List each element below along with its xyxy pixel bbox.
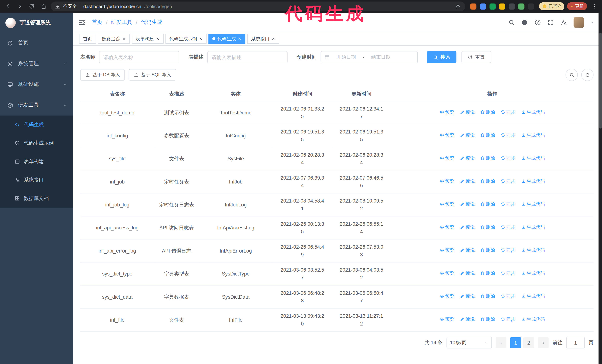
action-preview[interactable]: 预览 bbox=[439, 316, 454, 323]
close-icon[interactable] bbox=[122, 37, 126, 41]
action-sync[interactable]: 同步 bbox=[501, 293, 516, 300]
fullscreen-icon[interactable] bbox=[548, 19, 554, 26]
reload-button[interactable] bbox=[27, 2, 36, 11]
tab-system-api[interactable]: 系统接口 bbox=[247, 34, 279, 44]
page-button-1[interactable]: 1 bbox=[510, 337, 521, 348]
avatar-caret-icon[interactable] bbox=[591, 20, 594, 24]
action-edit[interactable]: 编辑 bbox=[460, 201, 475, 208]
action-delete[interactable]: 删除 bbox=[480, 178, 495, 185]
action-preview[interactable]: 预览 bbox=[439, 270, 454, 277]
action-preview[interactable]: 预览 bbox=[439, 224, 454, 231]
reset-button[interactable]: 重置 bbox=[462, 51, 491, 63]
action-edit[interactable]: 编辑 bbox=[460, 247, 475, 254]
action-edit[interactable]: 编辑 bbox=[460, 132, 475, 138]
action-generate[interactable]: 生成代码 bbox=[521, 316, 545, 323]
start-date-input[interactable] bbox=[332, 54, 360, 60]
prev-page-button[interactable] bbox=[496, 337, 506, 348]
extension-icon-7[interactable] bbox=[528, 3, 534, 10]
action-generate[interactable]: 生成代码 bbox=[521, 132, 545, 138]
extension-icon-5[interactable] bbox=[509, 3, 515, 10]
refresh-table-button[interactable] bbox=[581, 69, 593, 81]
font-size-icon[interactable] bbox=[560, 19, 567, 26]
close-icon[interactable] bbox=[271, 37, 275, 41]
toggle-search-button[interactable] bbox=[566, 69, 578, 81]
sidebar-subitem-form-builder[interactable]: 表单构建 bbox=[0, 152, 73, 171]
action-generate[interactable]: 生成代码 bbox=[521, 155, 545, 162]
sidebar-subitem-codegen-example[interactable]: 代码生成示例 bbox=[0, 134, 73, 152]
action-delete[interactable]: 删除 bbox=[480, 293, 495, 300]
close-icon[interactable] bbox=[238, 37, 242, 41]
browser-scrollbar[interactable] bbox=[599, 13, 602, 364]
action-delete[interactable]: 删除 bbox=[480, 109, 495, 115]
action-generate[interactable]: 生成代码 bbox=[521, 247, 545, 254]
sidebar-collapse-button[interactable] bbox=[78, 19, 86, 26]
action-sync[interactable]: 同步 bbox=[501, 155, 516, 162]
sidebar-subitem-db-doc[interactable]: 数据库文档 bbox=[0, 189, 73, 208]
action-edit[interactable]: 编辑 bbox=[460, 224, 475, 231]
extension-icon-1[interactable] bbox=[470, 3, 476, 10]
tab-codegen-example[interactable]: 代码生成示例 bbox=[165, 34, 206, 44]
action-delete[interactable]: 删除 bbox=[480, 155, 495, 162]
close-icon[interactable] bbox=[199, 37, 203, 41]
action-sync[interactable]: 同步 bbox=[501, 178, 516, 185]
table-desc-input[interactable] bbox=[207, 51, 288, 63]
import-sql-button[interactable]: 基于 SQL 导入 bbox=[129, 69, 176, 81]
action-preview[interactable]: 预览 bbox=[439, 293, 454, 300]
action-delete[interactable]: 删除 bbox=[480, 247, 495, 254]
action-generate[interactable]: 生成代码 bbox=[521, 178, 545, 185]
tab-home[interactable]: 首页 bbox=[79, 34, 96, 44]
table-name-input[interactable] bbox=[99, 51, 179, 63]
sidebar-item-home[interactable]: 首页 bbox=[0, 32, 73, 53]
action-sync[interactable]: 同步 bbox=[501, 109, 516, 115]
action-preview[interactable]: 预览 bbox=[439, 247, 454, 254]
action-delete[interactable]: 删除 bbox=[480, 224, 495, 231]
sidebar-item-devtools[interactable]: 研发工具 bbox=[0, 95, 73, 115]
action-preview[interactable]: 预览 bbox=[439, 178, 454, 185]
action-generate[interactable]: 生成代码 bbox=[521, 109, 545, 115]
home-button[interactable] bbox=[39, 2, 48, 11]
import-db-button[interactable]: 基于 DB 导入 bbox=[80, 69, 125, 81]
action-generate[interactable]: 生成代码 bbox=[521, 293, 545, 300]
search-button[interactable]: 搜索 bbox=[427, 51, 457, 63]
sidebar-item-system[interactable]: 系统管理 bbox=[0, 53, 73, 74]
scrollbar-thumb[interactable] bbox=[599, 32, 601, 128]
page-button-2[interactable]: 2 bbox=[523, 337, 534, 348]
bookmark-star-icon[interactable] bbox=[455, 4, 461, 9]
extension-icon-3[interactable] bbox=[490, 3, 496, 10]
paused-badge[interactable]: 已暂停 bbox=[539, 2, 564, 10]
end-date-input[interactable] bbox=[366, 54, 395, 60]
action-sync[interactable]: 同步 bbox=[501, 247, 516, 254]
page-size-select[interactable]: 10条/页 bbox=[447, 337, 492, 348]
action-edit[interactable]: 编辑 bbox=[460, 316, 475, 323]
sidebar-subitem-system-api[interactable]: 系统接口 bbox=[0, 171, 73, 189]
action-preview[interactable]: 预览 bbox=[439, 132, 454, 138]
help-icon[interactable] bbox=[534, 19, 541, 26]
action-sync[interactable]: 同步 bbox=[501, 224, 516, 231]
action-edit[interactable]: 编辑 bbox=[460, 109, 475, 115]
action-sync[interactable]: 同步 bbox=[501, 201, 516, 208]
tab-form-builder[interactable]: 表单构建 bbox=[132, 34, 163, 44]
goto-page-input[interactable] bbox=[566, 337, 585, 348]
action-generate[interactable]: 生成代码 bbox=[521, 270, 545, 277]
action-delete[interactable]: 删除 bbox=[480, 201, 495, 208]
tab-tracing[interactable]: 链路追踪 bbox=[98, 34, 130, 44]
action-preview[interactable]: 预览 bbox=[439, 201, 454, 208]
action-edit[interactable]: 编辑 bbox=[460, 293, 475, 300]
extension-icon-2[interactable] bbox=[480, 3, 486, 10]
close-icon[interactable] bbox=[156, 37, 160, 41]
action-generate[interactable]: 生成代码 bbox=[521, 201, 545, 208]
date-range-picker[interactable]: - bbox=[321, 51, 418, 63]
next-page-button[interactable] bbox=[538, 337, 549, 348]
action-sync[interactable]: 同步 bbox=[501, 270, 516, 277]
action-preview[interactable]: 预览 bbox=[439, 109, 454, 115]
action-sync[interactable]: 同步 bbox=[501, 132, 516, 138]
forward-button[interactable] bbox=[15, 2, 24, 11]
action-delete[interactable]: 删除 bbox=[480, 270, 495, 277]
sidebar-subitem-codegen[interactable]: 代码生成 bbox=[0, 115, 73, 134]
extension-icon-4[interactable] bbox=[499, 3, 505, 10]
update-button[interactable]: 更新 bbox=[567, 2, 587, 10]
breadcrumb-item-1[interactable]: 研发工具 bbox=[111, 19, 132, 26]
back-button[interactable] bbox=[3, 2, 12, 11]
action-edit[interactable]: 编辑 bbox=[460, 155, 475, 162]
action-delete[interactable]: 删除 bbox=[480, 316, 495, 323]
